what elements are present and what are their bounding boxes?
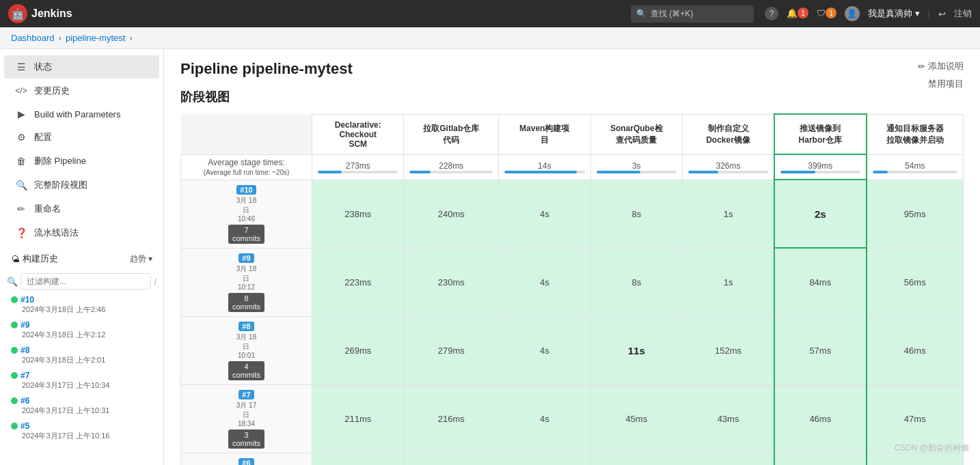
- cell-6-gitlab[interactable]: 230ms: [404, 453, 499, 465]
- cell-7-maven[interactable]: 4s: [499, 384, 591, 453]
- sidebar-label-status: 状态: [34, 61, 52, 73]
- search-box[interactable]: 🔍 查找 (⌘+K): [631, 5, 754, 23]
- cell-10-docker[interactable]: 1s: [683, 180, 775, 248]
- table-row-9: #9 3月 18日10:12 8commits 223ms 230ms 4s 8…: [181, 248, 964, 316]
- build-badge-8[interactable]: #8: [239, 322, 254, 331]
- notification-bell[interactable]: 🔔1: [787, 8, 808, 20]
- cell-8-gitlab[interactable]: 279ms: [404, 316, 499, 384]
- row-date-7: 3月 17日18:34: [185, 401, 308, 427]
- app-title: Jenkins: [31, 8, 72, 20]
- cell-8-maven[interactable]: 4s: [499, 316, 591, 384]
- cell-6-sonar[interactable]: 48ms: [590, 453, 683, 465]
- build-badge-6[interactable]: #6: [239, 458, 254, 466]
- cell-10-sonar[interactable]: 8s: [590, 180, 683, 248]
- cell-7-gitlab[interactable]: 216ms: [404, 384, 499, 453]
- cell-6-declarative[interactable]: 254ms: [312, 453, 404, 465]
- cell-10-notify[interactable]: 95ms: [867, 180, 964, 248]
- cell-9-gitlab[interactable]: 230ms: [404, 248, 499, 316]
- cell-9-declarative[interactable]: 223ms: [312, 248, 404, 316]
- build-badge-9[interactable]: #9: [239, 253, 254, 263]
- build-item-10[interactable]: #10 2024年3月18日 上午2:46: [0, 292, 163, 318]
- table-row-8: #8 3月 18日10:01 4commits 269ms 279ms 4s 1…: [181, 316, 964, 384]
- cell-7-harbor[interactable]: 46ms: [774, 384, 867, 453]
- sidebar-item-syntax[interactable]: ❓ 流水线语法: [4, 221, 159, 244]
- topnav-icons: ? 🔔1 🛡1 👤 我是真滴帅 ▾ | ↩ 注销: [765, 6, 972, 21]
- build-status-dot-7: [11, 372, 18, 379]
- commits-10: 7commits: [228, 225, 264, 244]
- status-icon: ☰: [15, 61, 27, 72]
- cell-8-sonar[interactable]: 11s: [590, 316, 683, 384]
- cell-10-declarative[interactable]: 238ms: [312, 180, 404, 248]
- build-link-5[interactable]: #5: [21, 421, 29, 431]
- build-item-8[interactable]: #8 2024年3月18日 上午2:01: [0, 343, 163, 368]
- commits-8: 4commits: [228, 361, 264, 380]
- cell-10-gitlab[interactable]: 240ms: [404, 180, 499, 248]
- sidebar-item-status[interactable]: ☰ 状态: [4, 55, 159, 79]
- sidebar-item-build[interactable]: ▶ Build with Parameters: [4, 103, 159, 125]
- notification-badge: 1: [798, 8, 808, 18]
- build-item-9[interactable]: #9 2024年3月18日 上午2:12: [0, 318, 163, 343]
- build-link-7[interactable]: #7: [21, 371, 29, 380]
- build-date-8: 2024年3月18日 上午2:01: [11, 355, 156, 365]
- sidebar-item-rename[interactable]: ✏ 重命名: [4, 197, 159, 221]
- build-link-10[interactable]: #10: [21, 295, 34, 305]
- filter-clear-icon[interactable]: /: [154, 277, 156, 287]
- cell-9-notify[interactable]: 56ms: [867, 248, 964, 316]
- build-item-5[interactable]: #5 2024年3月17日 上午10:16: [0, 419, 163, 444]
- cell-6-harbor[interactable]: 46ms: [774, 453, 867, 465]
- cell-8-notify[interactable]: 46ms: [867, 316, 964, 384]
- sidebar-label-delete: 删除 Pipeline: [34, 155, 86, 167]
- cell-10-harbor[interactable]: 2s: [774, 180, 867, 248]
- build-badge-10[interactable]: #10: [236, 185, 256, 195]
- build-link-8[interactable]: #8: [21, 346, 29, 355]
- cell-6-notify[interactable]: 46ms: [867, 453, 964, 465]
- breadcrumb-dashboard[interactable]: Dashboard: [11, 33, 55, 43]
- cell-8-harbor[interactable]: 57ms: [774, 316, 867, 384]
- cell-10-maven[interactable]: 4s: [499, 180, 591, 248]
- cell-7-declarative[interactable]: 211ms: [312, 384, 404, 453]
- cell-9-harbor[interactable]: 84ms: [774, 248, 867, 316]
- avg-harbor: 399ms: [774, 154, 867, 180]
- build-row-header-6: #6 3月 17日 3commits: [181, 453, 312, 465]
- cell-7-docker[interactable]: 43ms: [683, 384, 775, 453]
- cell-9-sonar[interactable]: 8s: [590, 248, 683, 316]
- config-icon: ⚙: [15, 132, 27, 143]
- help-icon[interactable]: ?: [765, 7, 778, 20]
- content-area: Pipeline pipeline-mytest ✏ 添加说明 禁用项目 阶段视…: [164, 49, 980, 465]
- cell-9-docker[interactable]: 1s: [683, 248, 775, 316]
- sidebar-item-config[interactable]: ⚙ 配置: [4, 126, 159, 149]
- build-badge-7[interactable]: #7: [239, 390, 254, 399]
- build-item-6[interactable]: #6 2024年3月17日 上午10:31: [0, 393, 163, 419]
- filter-search-icon: 🔍: [7, 277, 18, 287]
- cell-6-maven[interactable]: 1min 36s: [499, 453, 591, 465]
- breadcrumb-pipeline[interactable]: pipeline-mytest: [66, 33, 125, 43]
- col-header-notify: 通知目标服务器拉取镜像并启动: [867, 114, 964, 154]
- build-item-7[interactable]: #7 2024年3月17日 上午10:34: [0, 368, 163, 393]
- sidebar-label-fullstage: 完整阶段视图: [34, 179, 87, 191]
- sidebar-label-history: 变更历史: [34, 85, 70, 97]
- cell-7-sonar[interactable]: 45ms: [590, 384, 683, 453]
- sidebar-item-fullstage[interactable]: 🔍 完整阶段视图: [4, 173, 159, 197]
- cell-8-docker[interactable]: 152ms: [683, 316, 775, 384]
- build-link-9[interactable]: #9: [21, 320, 29, 330]
- build-link-6[interactable]: #6: [21, 396, 29, 406]
- sidebar-item-history[interactable]: </> 变更历史: [4, 79, 159, 102]
- build-status-dot-5: [11, 423, 18, 429]
- add-description-action[interactable]: ✏ 添加说明: [918, 60, 964, 72]
- signout-button[interactable]: 注销: [954, 8, 972, 20]
- trend-button[interactable]: 趋势 ▾: [130, 253, 152, 265]
- app-logo[interactable]: 🤖 Jenkins: [8, 4, 72, 23]
- jenkins-icon: 🤖: [8, 4, 27, 23]
- user-menu[interactable]: 我是真滴帅 ▾: [868, 8, 920, 20]
- disable-project-action[interactable]: 禁用项目: [928, 78, 964, 90]
- sidebar-item-delete[interactable]: 🗑 删除 Pipeline: [4, 150, 159, 173]
- cell-9-maven[interactable]: 4s: [499, 248, 591, 316]
- cell-6-docker[interactable]: 45ms: [683, 453, 775, 465]
- security-shield[interactable]: 🛡1: [817, 8, 836, 20]
- build-date-6: 2024年3月17日 上午10:31: [11, 406, 156, 416]
- stage-table-wrapper: Declarative:CheckoutSCM 拉取Gitlab仓库代码 Mav…: [180, 113, 964, 465]
- watermark: CSDN @勤奋的树懒: [894, 442, 969, 454]
- cell-8-declarative[interactable]: 269ms: [312, 316, 404, 384]
- filter-input[interactable]: [21, 273, 151, 290]
- avg-sonar: 3s: [590, 154, 683, 180]
